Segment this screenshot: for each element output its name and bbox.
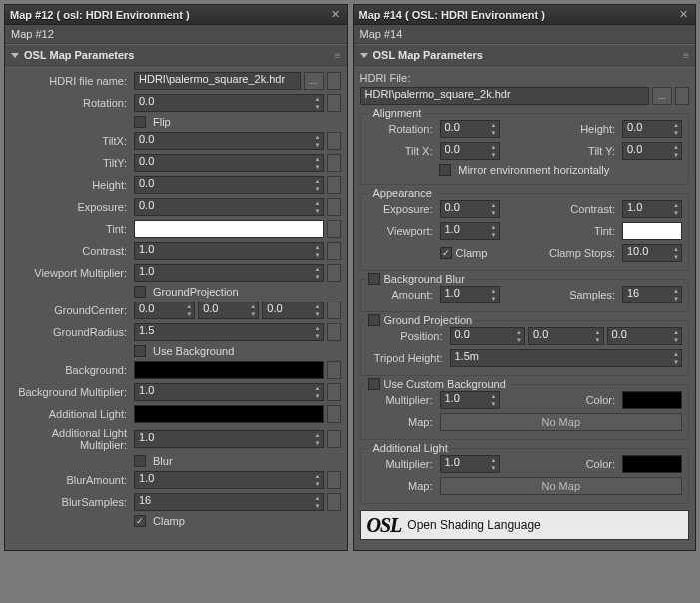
panel-map12: Map #12 ( osl: HDRI Environment ) ✕ Map … <box>4 4 348 551</box>
tint-label: Tint: <box>11 223 131 235</box>
map-slot[interactable] <box>327 72 341 90</box>
map-name-field[interactable]: Map #14 <box>354 25 696 44</box>
map-slot[interactable] <box>327 198 341 216</box>
usebg-checkbox[interactable] <box>134 345 146 357</box>
map-slot[interactable] <box>327 94 341 112</box>
map-slot[interactable] <box>327 471 341 489</box>
hdri-file-input[interactable]: HDRI\palermo_square_2k.hdr <box>134 72 301 90</box>
groundradius-spinner[interactable]: 1.5▲▼ <box>134 323 324 341</box>
map-name-field[interactable]: Map #12 <box>5 25 347 44</box>
clamp-checkbox[interactable] <box>440 247 452 259</box>
groundproj-checkbox[interactable] <box>134 286 146 298</box>
tint-swatch[interactable] <box>622 222 682 240</box>
map-slot[interactable] <box>327 176 341 194</box>
browse-button[interactable]: ... <box>652 87 672 105</box>
rotation-label: Rotation: <box>11 97 131 109</box>
tint-label: Tint: <box>503 225 620 237</box>
groundcenter-z-spinner[interactable]: 0.0▲▼ <box>262 302 323 319</box>
samples-spinner[interactable]: 16▲▼ <box>622 286 682 303</box>
map-slot[interactable] <box>327 405 341 423</box>
section-title: OSL Map Parameters <box>24 49 134 61</box>
addlightmult-spinner[interactable]: 1.0▲▼ <box>134 430 324 448</box>
browse-button[interactable]: ... <box>304 72 324 90</box>
map-slot[interactable] <box>327 493 341 511</box>
hdri-file-input[interactable]: HDRI\palermo_square_2k.hdr <box>360 87 650 105</box>
section-header-osl[interactable]: OSL Map Parameters ≡ <box>354 44 696 66</box>
viewport-spinner[interactable]: 1.0▲▼ <box>440 222 500 240</box>
pos-z-spinner[interactable]: 0.0▲▼ <box>607 327 683 345</box>
contrast-spinner[interactable]: 1.0▲▼ <box>134 242 324 260</box>
tint-swatch[interactable] <box>134 220 324 238</box>
pos-y-spinner[interactable]: 0.0▲▼ <box>528 327 604 345</box>
rotation-label: Rotation: <box>367 123 437 135</box>
addlight-mult-spinner[interactable]: 1.0▲▼ <box>440 455 500 473</box>
group-background-blur: Background Blur Amount: 1.0▲▼ Samples: 1… <box>360 279 690 312</box>
custombg-color-swatch[interactable] <box>622 391 682 409</box>
map-slot[interactable] <box>327 264 341 282</box>
custombg-checkbox[interactable] <box>368 378 380 390</box>
pos-x-spinner[interactable]: 0.0▲▼ <box>450 327 526 345</box>
map-slot[interactable] <box>327 361 341 379</box>
tiltx-label: Tilt X: <box>367 145 437 157</box>
panel-map14: Map #14 ( OSL: HDRI Environment ) ✕ Map … <box>353 4 697 551</box>
exposure-label: Exposure: <box>367 203 437 215</box>
titlebar-right[interactable]: Map #14 ( OSL: HDRI Environment ) ✕ <box>354 5 696 25</box>
map-slot[interactable] <box>327 220 341 238</box>
addlight-color-swatch[interactable] <box>622 455 682 473</box>
map-slot[interactable] <box>327 132 341 150</box>
custombg-map-slot[interactable]: No Map <box>440 413 683 431</box>
custombg-mult-spinner[interactable]: 1.0▲▼ <box>440 391 500 409</box>
map-slot[interactable] <box>327 154 341 172</box>
addlightmult-label: Additional Light Multiplier: <box>11 427 131 451</box>
height-spinner[interactable]: 0.0▲▼ <box>134 176 324 194</box>
contrast-spinner[interactable]: 1.0▲▼ <box>622 200 682 218</box>
samples-label: Samples: <box>503 289 620 301</box>
blur-checkbox[interactable] <box>134 455 146 467</box>
bluramount-spinner[interactable]: 1.0▲▼ <box>134 471 324 489</box>
mirror-label: Mirror environment horizontally <box>458 164 609 176</box>
map-slot[interactable] <box>327 242 341 260</box>
height-spinner[interactable]: 0.0▲▼ <box>622 120 682 138</box>
background-swatch[interactable] <box>134 361 324 379</box>
groundproj-label: GroundProjection <box>153 286 239 298</box>
exposure-spinner[interactable]: 0.0▲▼ <box>134 198 324 216</box>
tilty-label: TiltY: <box>11 157 131 169</box>
panel-body-left: HDRI file name: HDRI\palermo_square_2k.h… <box>5 66 347 550</box>
mirror-checkbox[interactable] <box>439 164 451 176</box>
map-slot[interactable] <box>327 323 341 341</box>
titlebar-left[interactable]: Map #12 ( osl: HDRI Environment ) ✕ <box>5 5 347 25</box>
exposure-spinner[interactable]: 0.0▲▼ <box>440 200 500 218</box>
rotation-spinner[interactable]: 0.0▲▼ <box>440 120 500 138</box>
section-menu-icon[interactable]: ≡ <box>335 50 341 61</box>
map-slot[interactable] <box>675 87 689 105</box>
section-header-osl[interactable]: OSL Map Parameters ≡ <box>5 44 347 66</box>
close-icon[interactable]: ✕ <box>329 8 342 21</box>
section-menu-icon[interactable]: ≡ <box>683 50 689 61</box>
flip-checkbox[interactable] <box>134 116 146 128</box>
map-slot[interactable] <box>327 302 341 319</box>
map-slot[interactable] <box>327 430 341 448</box>
groundproj-checkbox[interactable] <box>368 314 380 326</box>
group-ground-projection: Ground Projection Position: 0.0▲▼ 0.0▲▼ … <box>360 320 690 376</box>
groundcenter-x-spinner[interactable]: 0.0▲▼ <box>134 302 195 319</box>
addlight-swatch[interactable] <box>134 405 324 423</box>
close-icon[interactable]: ✕ <box>677 8 690 21</box>
tripod-spinner[interactable]: 1.5m▲▼ <box>450 349 683 367</box>
groundcenter-y-spinner[interactable]: 0.0▲▼ <box>198 302 259 319</box>
clampstops-spinner[interactable]: 10.0▲▼ <box>622 244 682 262</box>
tilty-label: Tilt Y: <box>503 145 620 157</box>
blursamples-spinner[interactable]: 16▲▼ <box>134 493 324 511</box>
clamp-checkbox[interactable] <box>134 515 146 527</box>
bgblur-checkbox[interactable] <box>368 273 380 285</box>
addlight-map-slot[interactable]: No Map <box>440 477 683 495</box>
amount-spinner[interactable]: 1.0▲▼ <box>440 286 500 303</box>
tilty-spinner[interactable]: 0.0▲▼ <box>134 154 324 172</box>
rotation-spinner[interactable]: 0.0▲▼ <box>134 94 324 112</box>
viewport-spinner[interactable]: 1.0▲▼ <box>134 264 324 282</box>
tilty-spinner[interactable]: 0.0▲▼ <box>622 142 682 160</box>
tiltx-spinner[interactable]: 0.0▲▼ <box>134 132 324 150</box>
flip-label: Flip <box>153 116 171 128</box>
bgmult-spinner[interactable]: 1.0▲▼ <box>134 383 324 401</box>
tiltx-spinner[interactable]: 0.0▲▼ <box>440 142 500 160</box>
map-slot[interactable] <box>327 383 341 401</box>
